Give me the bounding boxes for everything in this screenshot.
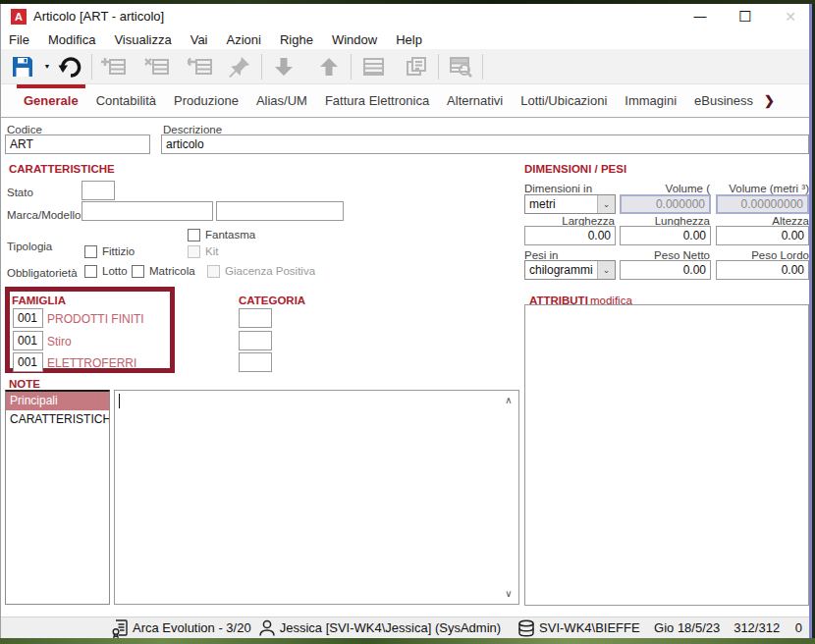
- fantasma-label: Fantasma: [205, 229, 255, 241]
- note-textarea[interactable]: ∧ ∨: [114, 390, 519, 605]
- pesi-in-select[interactable]: chilogrammi ⌄: [524, 260, 616, 280]
- pin-icon: [228, 55, 251, 79]
- kit-label: Kit: [205, 245, 218, 257]
- save-dropdown-icon[interactable]: ▼: [42, 53, 52, 80]
- menu-modifica[interactable]: Modifica: [48, 32, 95, 47]
- menu-vai[interactable]: Vai: [190, 32, 208, 47]
- tab-produzione[interactable]: Produzione: [165, 84, 247, 118]
- volume1-input: [620, 194, 711, 214]
- tab-alias-um[interactable]: Alias/UM: [247, 84, 316, 118]
- altezza-input[interactable]: [716, 226, 809, 245]
- matricola-checkbox[interactable]: [132, 265, 144, 278]
- fantasma-checkbox[interactable]: [188, 229, 200, 242]
- marca-input[interactable]: [82, 201, 213, 221]
- menu-file[interactable]: File: [9, 32, 29, 47]
- tab-generale[interactable]: Generale: [15, 84, 87, 118]
- categoria-code-input[interactable]: [239, 352, 272, 372]
- form-generale: Codice Descrizione CARATTERISTICHE Stato…: [1, 118, 809, 617]
- famiglia-code-input[interactable]: [13, 308, 43, 328]
- modello-input[interactable]: [216, 201, 344, 221]
- move-down-icon: [272, 55, 296, 79]
- obbligatorieta-label: Obbligatorietà: [7, 267, 78, 279]
- codice-input[interactable]: [5, 134, 150, 154]
- toolbar-separator: [438, 54, 439, 80]
- articolo-window: A Articolo [ART - articolo] — ☐ ✕ File M…: [0, 4, 812, 638]
- menu-window[interactable]: Window: [332, 32, 377, 47]
- chevron-down-icon[interactable]: ⌄: [597, 261, 615, 279]
- menu-visualizza[interactable]: Visualizza: [114, 32, 171, 47]
- menu-help[interactable]: Help: [396, 32, 422, 47]
- list-button[interactable]: [359, 53, 387, 80]
- larghezza-input[interactable]: [524, 226, 616, 245]
- list-icon: [360, 55, 386, 79]
- famiglia-code-input[interactable]: [13, 352, 43, 372]
- pin-button[interactable]: [226, 53, 253, 80]
- toolbar-separator: [261, 54, 262, 80]
- descrizione-input[interactable]: [161, 134, 809, 154]
- database-icon: [516, 618, 536, 638]
- document-copy-icon: [404, 55, 429, 79]
- toolbar-separator: [351, 54, 352, 80]
- menu-azioni[interactable]: Azioni: [227, 32, 261, 47]
- tab-lotti-ubicazioni[interactable]: Lotti/Ubicazioni: [512, 84, 616, 118]
- document-copy-button[interactable]: [403, 53, 430, 80]
- status-app: Arca Evolution - 3/20: [111, 618, 251, 638]
- categoria-code-input[interactable]: [239, 331, 272, 350]
- dimensioni-in-select[interactable]: metri ⌄: [524, 194, 616, 214]
- peso-netto-input[interactable]: [620, 260, 711, 280]
- tab-overflow-chevron-icon[interactable]: ❯: [764, 93, 775, 108]
- menubar: File Modifica Visualizza Vai Azioni Righ…: [1, 29, 809, 49]
- note-tab-principali[interactable]: Principali: [6, 392, 109, 410]
- close-button[interactable]: ✕: [769, 4, 812, 29]
- famiglia-row-label: PRODOTTI FINITI: [47, 312, 144, 326]
- kit-checkbox: [188, 245, 200, 258]
- note-title: NOTE: [9, 378, 40, 390]
- maximize-button[interactable]: ☐: [724, 4, 767, 29]
- delete-row-button[interactable]: [143, 53, 171, 80]
- move-up-icon: [317, 55, 341, 79]
- famiglia-row-label: Stiro: [47, 335, 72, 349]
- dimensioni-pesi-title: DIMENSIONI / PESI: [524, 163, 626, 175]
- stato-input[interactable]: [82, 181, 115, 200]
- text-caret: [119, 394, 120, 408]
- tab-fattura-elettronica[interactable]: Fattura Elettronica: [316, 84, 438, 118]
- tab-ebusiness[interactable]: eBusiness: [685, 84, 762, 118]
- move-up-button[interactable]: [315, 53, 343, 80]
- search-table-button[interactable]: [447, 53, 474, 80]
- fittizio-checkbox[interactable]: [84, 245, 97, 258]
- lotto-checkbox[interactable]: [84, 265, 97, 278]
- famiglia-code-input[interactable]: [13, 331, 43, 350]
- tab-contabilita[interactable]: Contabilità: [87, 84, 165, 118]
- insert-row-icon: [188, 55, 213, 79]
- peso-lordo-input[interactable]: [716, 260, 809, 280]
- undo-button[interactable]: [56, 53, 83, 80]
- move-down-button[interactable]: [270, 53, 298, 80]
- screen: A Articolo [ART - articolo] — ☐ ✕ File M…: [0, 0, 815, 644]
- volume2-label: Volume (metri ³): [715, 183, 809, 194]
- scroll-down-icon[interactable]: ∨: [502, 587, 516, 601]
- scroll-up-icon[interactable]: ∧: [502, 394, 516, 407]
- matricola-label: Matricola: [149, 265, 195, 277]
- volume1-label: Volume (: [622, 183, 710, 194]
- categoria-code-input[interactable]: [239, 308, 272, 328]
- minimize-button[interactable]: —: [679, 4, 722, 29]
- chevron-down-icon[interactable]: ⌄: [597, 195, 615, 213]
- app-icon: A: [11, 9, 27, 25]
- categoria-title: CATEGORIA: [239, 295, 305, 306]
- tab-alternativi[interactable]: Alternativi: [438, 84, 512, 118]
- fittizio-label: Fittizio: [102, 245, 135, 257]
- delete-row-icon: [144, 55, 170, 79]
- save-button[interactable]: [9, 53, 36, 80]
- famiglia-title: FAMIGLIA: [12, 295, 66, 306]
- menu-righe[interactable]: Righe: [280, 32, 313, 47]
- tab-immagini[interactable]: Immagini: [616, 84, 685, 118]
- lotto-label: Lotto: [102, 265, 128, 277]
- note-tab-caratteristiche[interactable]: CARATTERISTICHE: [6, 410, 109, 429]
- lunghezza-input[interactable]: [620, 226, 711, 245]
- insert-row-button[interactable]: [187, 53, 214, 80]
- add-row-button[interactable]: [100, 53, 128, 80]
- status-count: 0: [795, 620, 802, 635]
- attributi-list[interactable]: [524, 304, 809, 606]
- undo-icon: [57, 55, 82, 79]
- volume2-input: [716, 194, 809, 214]
